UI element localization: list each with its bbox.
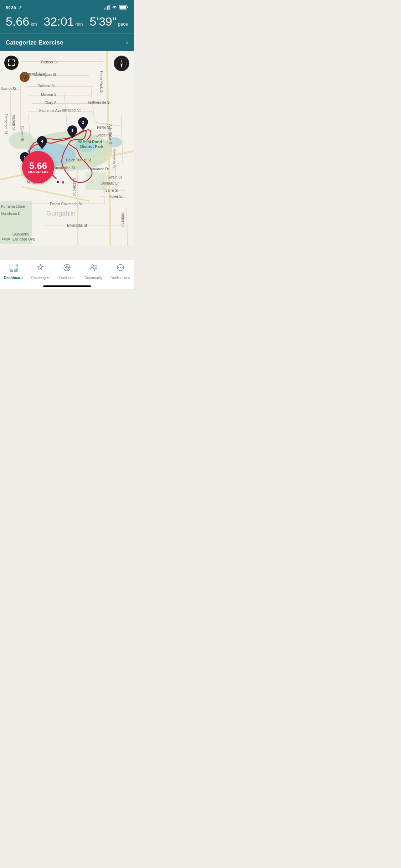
svg-rect-63 — [12, 265, 13, 266]
svg-rect-80 — [11, 269, 12, 270]
efkarpidis-st-label: Efkarpidis St — [67, 223, 87, 227]
svg-rect-76 — [10, 268, 11, 269]
svg-text:1: 1 — [71, 128, 73, 133]
svg-rect-85 — [14, 268, 15, 269]
helen-turner-st-label: Helen Turner St — [66, 158, 91, 162]
svg-rect-78 — [12, 268, 13, 269]
svg-rect-62 — [11, 265, 12, 266]
svg-rect-67 — [14, 264, 15, 265]
svg-rect-58 — [10, 264, 11, 265]
swain-st-label: Swain St — [108, 175, 122, 179]
hinder-st-label: Hinder St — [121, 212, 125, 227]
svg-rect-86 — [15, 268, 16, 269]
svg-rect-74 — [15, 266, 16, 267]
battery-icon — [119, 5, 128, 10]
svg-rect-77 — [11, 268, 12, 269]
stats-header: 5.66 km 32:01 min 5'39" pace — [0, 12, 134, 33]
pace-stat: 5'39" pace — [89, 15, 128, 29]
status-time: 9:25 — [6, 4, 16, 10]
svg-rect-79 — [10, 269, 11, 270]
narran-st-label: Narran St — [1, 87, 16, 91]
challenges-icon — [36, 263, 45, 274]
svg-rect-71 — [15, 265, 16, 266]
svg-point-96 — [95, 265, 97, 267]
categorize-label: Categorize Exercise — [6, 39, 63, 46]
gundaroo-dr-left-label: Gundaroo Dr — [1, 212, 22, 216]
legal-label: Legal — [2, 237, 10, 241]
gungahlin-label: Gungahlin — [46, 210, 76, 217]
notifications-label: Notifications — [110, 276, 130, 280]
svg-rect-64 — [10, 266, 11, 267]
pioneer-st-label: Pioneer St — [41, 60, 58, 64]
gundaroo-dr-label: Gundaroo Dr — [88, 167, 109, 171]
pin-2: 2 — [78, 117, 88, 131]
time-value: 32:01 — [43, 15, 74, 29]
sarre-st-label: Sarre St — [105, 188, 118, 192]
svg-rect-90 — [16, 269, 17, 270]
svg-rect-69 — [16, 264, 17, 265]
badge-distance: 5.66 — [29, 161, 47, 170]
badge-unit: KILOMETERS — [28, 170, 48, 174]
svg-text:N: N — [121, 60, 122, 62]
svg-rect-68 — [15, 264, 16, 265]
expand-icon — [8, 59, 15, 66]
route-end-dot — [61, 181, 65, 184]
svg-rect-84 — [12, 270, 13, 271]
pin-4: 4 — [37, 136, 47, 150]
tab-guidance[interactable]: Guidance — [53, 263, 80, 280]
tab-dashboard[interactable]: Dashboard — [0, 263, 27, 280]
svg-rect-83 — [11, 270, 12, 271]
ernest-cavanagh-st-label: Ernest Cavanagh St — [50, 202, 82, 206]
svg-rect-93 — [16, 270, 17, 271]
svg-rect-60 — [12, 264, 13, 265]
time-unit: min — [76, 21, 83, 27]
distance-unit: km — [31, 21, 37, 27]
olary-st-label: Olary St — [45, 101, 57, 105]
evadell-st-label: Evadell St — [96, 133, 112, 137]
categorize-bar[interactable]: Categorize Exercise › — [0, 33, 134, 51]
rollston-st-label: Rollston St — [37, 84, 55, 88]
enclosed-oval-label: Enclosed Oval — [12, 237, 35, 241]
compass: N — [114, 56, 129, 71]
tab-notifications[interactable]: Notifications — [107, 263, 134, 280]
svg-point-95 — [91, 265, 94, 268]
svg-point-99 — [120, 267, 120, 268]
svg-rect-73 — [14, 266, 15, 267]
svg-rect-87 — [16, 268, 17, 269]
svg-rect-89 — [15, 269, 16, 270]
pin-1: 1 — [67, 125, 78, 140]
distance-value: 5.66 — [6, 15, 29, 29]
katherine-ave-label: Katherine Ave — [39, 109, 61, 113]
comet-st-label: Comet St — [20, 126, 24, 141]
svg-rect-75 — [16, 266, 17, 267]
time-stat: 32:01 min — [43, 15, 83, 29]
svg-rect-61 — [10, 265, 11, 266]
svg-rect-88 — [14, 269, 15, 270]
yerrabi-pond-park-label: Yerrabi Pond — [78, 140, 102, 144]
distance-badge: 5.66 KILOMETERS — [22, 151, 54, 183]
signal-icon — [104, 5, 110, 10]
svg-text:4: 4 — [41, 139, 43, 143]
huyer-st-label: Huyer St — [109, 195, 123, 198]
wifi-icon — [112, 5, 117, 10]
guidance-label: Guidance — [59, 276, 74, 280]
nav-icon: ↗ — [18, 5, 22, 10]
map-area[interactable]: 🎓 N Pioneer St Mornington St Rollston St… — [0, 51, 134, 246]
pace-value: 5'39" — [89, 15, 116, 29]
svg-rect-91 — [14, 270, 15, 271]
svg-rect-1 — [106, 7, 107, 10]
svg-rect-3 — [109, 5, 110, 10]
mission-st-label: Mission St — [41, 93, 57, 97]
svg-point-98 — [118, 267, 119, 268]
svg-rect-82 — [10, 270, 11, 271]
dashboard-label: Dashboard — [4, 276, 22, 280]
finish-dot — [56, 180, 60, 184]
status-bar: 9:25 ↗ — [0, 0, 134, 12]
tab-community[interactable]: Community — [80, 263, 107, 280]
bembrick-st-label: Bembrick St — [112, 149, 116, 169]
expand-button[interactable] — [4, 56, 19, 70]
tab-challenges[interactable]: Challenges — [27, 263, 53, 280]
svg-rect-65 — [11, 266, 12, 267]
kettle-st-label: Kettle St — [97, 125, 110, 129]
heatherdale-st-label: Heatherdale St — [87, 100, 110, 104]
